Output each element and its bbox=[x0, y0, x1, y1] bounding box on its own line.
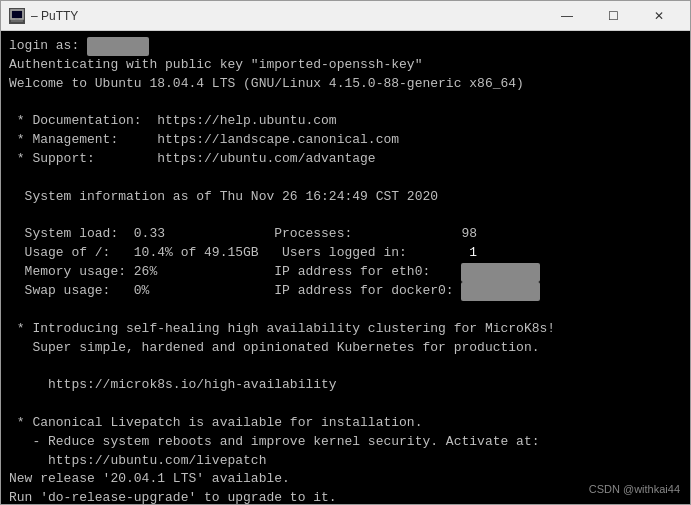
users-count: 1 bbox=[469, 245, 477, 260]
terminal-line-doc: * Documentation: https://help.ubuntu.com bbox=[9, 112, 682, 131]
terminal-line-sysinfo: System information as of Thu Nov 26 16:2… bbox=[9, 188, 682, 207]
svg-rect-1 bbox=[12, 11, 22, 18]
app-icon bbox=[9, 8, 25, 24]
terminal-line-auth: Authenticating with public key "imported… bbox=[9, 56, 682, 75]
maximize-button[interactable]: ☐ bbox=[590, 1, 636, 31]
terminal-line-blank2 bbox=[9, 169, 682, 188]
terminal-line-mgmt: * Management: https://landscape.canonica… bbox=[9, 131, 682, 150]
terminal-line-blank3 bbox=[9, 207, 682, 226]
terminal-line-blank6 bbox=[9, 395, 682, 414]
terminal-area[interactable]: login as: Authenticating with public key… bbox=[1, 31, 690, 504]
titlebar: – PuTTY — ☐ ✕ bbox=[1, 1, 690, 31]
redacted-username bbox=[87, 37, 149, 56]
terminal-line-intro2: Super simple, hardened and opinionated K… bbox=[9, 339, 682, 358]
minimize-button[interactable]: — bbox=[544, 1, 590, 31]
terminal-line-blank1 bbox=[9, 94, 682, 113]
terminal-line-support: * Support: https://ubuntu.com/advantage bbox=[9, 150, 682, 169]
terminal-line-blank4 bbox=[9, 301, 682, 320]
terminal-line-dorelease: Run 'do-release-upgrade' to upgrade to i… bbox=[9, 489, 682, 504]
window-controls: — ☐ ✕ bbox=[544, 1, 682, 31]
close-button[interactable]: ✕ bbox=[636, 1, 682, 31]
terminal-line-liveurl: https://ubuntu.com/livepatch bbox=[9, 452, 682, 471]
redacted-eth0 bbox=[461, 263, 539, 282]
terminal-line-welcome: Welcome to Ubuntu 18.04.4 LTS (GNU/Linux… bbox=[9, 75, 682, 94]
terminal-line-login: login as: bbox=[9, 37, 682, 56]
redacted-docker0 bbox=[461, 282, 539, 301]
terminal-line-livepatch: * Canonical Livepatch is available for i… bbox=[9, 414, 682, 433]
terminal-line-intro1: * Introducing self-healing high availabi… bbox=[9, 320, 682, 339]
watermark: CSDN @withkai44 bbox=[589, 482, 680, 498]
terminal-line-reduce: - Reduce system reboots and improve kern… bbox=[9, 433, 682, 452]
terminal-line-blank5 bbox=[9, 357, 682, 376]
terminal-line-newrelease: New release '20.04.1 LTS' available. bbox=[9, 470, 682, 489]
window-title: – PuTTY bbox=[31, 9, 78, 23]
terminal-line-microurl: https://microk8s.io/high-availability bbox=[9, 376, 682, 395]
terminal-line-memory: Memory usage: 26% IP address for eth0: bbox=[9, 263, 682, 282]
titlebar-left: – PuTTY bbox=[9, 8, 78, 24]
terminal-line-swap: Swap usage: 0% IP address for docker0: bbox=[9, 282, 682, 301]
terminal-line-sysload: System load: 0.33 Processes: 98 bbox=[9, 225, 682, 244]
terminal-line-usage: Usage of /: 10.4% of 49.15GB Users logge… bbox=[9, 244, 682, 263]
putty-window: – PuTTY — ☐ ✕ login as: Authenticating w… bbox=[0, 0, 691, 505]
